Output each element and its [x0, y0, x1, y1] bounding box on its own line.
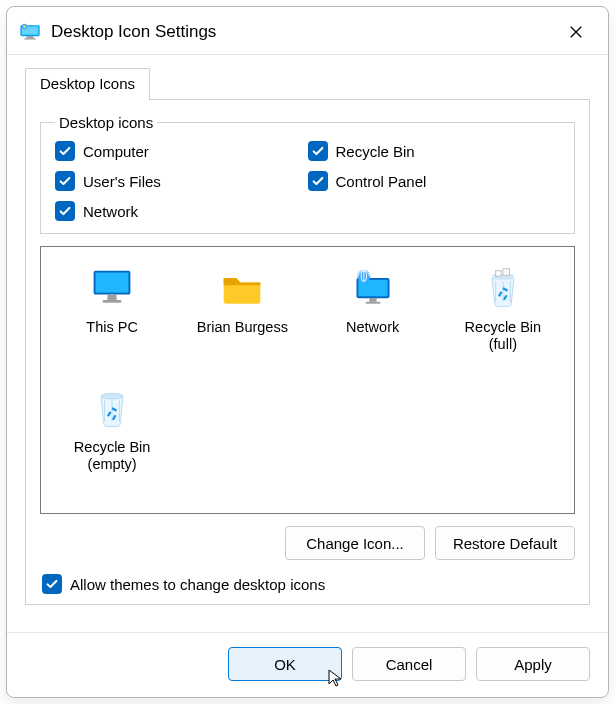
svg-rect-13 — [365, 302, 380, 304]
checkbox-label: Recycle Bin — [336, 143, 415, 160]
svg-rect-2 — [27, 36, 34, 38]
icon-recycle-bin-full[interactable]: Recycle Bin (full) — [442, 263, 564, 383]
icon-user-folder[interactable]: Brian Burgess — [181, 263, 303, 383]
client-area: Desktop Icons Desktop icons Computer — [7, 55, 608, 632]
icon-label: Recycle Bin (full) — [465, 319, 542, 354]
ok-button[interactable]: OK — [228, 647, 342, 681]
dialog-title: Desktop Icon Settings — [51, 22, 554, 42]
tab-desktop-icons[interactable]: Desktop Icons — [25, 68, 150, 100]
desktop-icon-settings-dialog: Desktop Icon Settings Desktop Icons Desk… — [6, 6, 609, 698]
svg-point-5 — [23, 24, 26, 27]
icon-buttons-row: Change Icon... Restore Default — [40, 526, 575, 560]
checkbox-recycle-bin[interactable]: Recycle Bin — [308, 141, 561, 161]
checkbox-computer[interactable]: Computer — [55, 141, 308, 161]
app-icon — [19, 21, 41, 43]
folder-icon — [216, 265, 268, 313]
svg-rect-3 — [25, 38, 36, 39]
svg-point-18 — [101, 393, 123, 399]
checkbox-control-panel[interactable]: Control Panel — [308, 171, 561, 191]
check-icon — [55, 201, 75, 221]
network-icon — [347, 265, 399, 313]
svg-rect-17 — [503, 269, 509, 275]
recycle-bin-empty-icon — [86, 385, 138, 433]
checkbox-label: Network — [83, 203, 138, 220]
tabstrip: Desktop Icons — [25, 67, 590, 99]
cancel-button[interactable]: Cancel — [352, 647, 466, 681]
recycle-bin-full-icon — [477, 265, 529, 313]
icon-label: Network — [346, 319, 399, 336]
titlebar: Desktop Icon Settings — [7, 7, 608, 55]
checkbox-network[interactable]: Network — [55, 201, 308, 221]
apply-button[interactable]: Apply — [476, 647, 590, 681]
check-icon — [55, 171, 75, 191]
icon-label: Recycle Bin (empty) — [74, 439, 151, 474]
svg-rect-8 — [108, 295, 117, 301]
close-button[interactable] — [554, 16, 598, 48]
icon-preview-well: This PC Brian Burgess — [40, 246, 575, 514]
tab-label: Desktop Icons — [40, 75, 135, 92]
check-icon — [42, 574, 62, 594]
restore-default-button[interactable]: Restore Default — [435, 526, 575, 560]
svg-rect-7 — [96, 273, 129, 293]
checkbox-label: User's Files — [83, 173, 161, 190]
change-icon-button[interactable]: Change Icon... — [285, 526, 425, 560]
svg-rect-12 — [369, 298, 376, 302]
dialog-footer: OK Cancel Apply — [7, 632, 608, 697]
icon-network[interactable]: Network — [312, 263, 434, 383]
checkbox-users-files[interactable]: User's Files — [55, 171, 308, 191]
svg-rect-9 — [103, 300, 121, 303]
checkbox-label: Allow themes to change desktop icons — [70, 576, 325, 593]
checkbox-label: Control Panel — [336, 173, 427, 190]
icon-label: This PC — [86, 319, 138, 336]
icon-recycle-bin-empty[interactable]: Recycle Bin (empty) — [51, 383, 173, 503]
fieldset-legend: Desktop icons — [55, 114, 157, 131]
tab-panel: Desktop icons Computer Recycle Bin — [25, 99, 590, 605]
check-icon — [308, 141, 328, 161]
checkbox-label: Computer — [83, 143, 149, 160]
icon-this-pc[interactable]: This PC — [51, 263, 173, 383]
check-icon — [308, 171, 328, 191]
icon-label: Brian Burgess — [197, 319, 288, 336]
checkbox-grid: Computer Recycle Bin User's Files — [55, 141, 560, 221]
desktop-icons-fieldset: Desktop icons Computer Recycle Bin — [40, 114, 575, 234]
monitor-icon — [86, 265, 138, 313]
svg-rect-16 — [496, 271, 502, 277]
check-icon — [55, 141, 75, 161]
checkbox-allow-themes[interactable]: Allow themes to change desktop icons — [42, 574, 573, 594]
